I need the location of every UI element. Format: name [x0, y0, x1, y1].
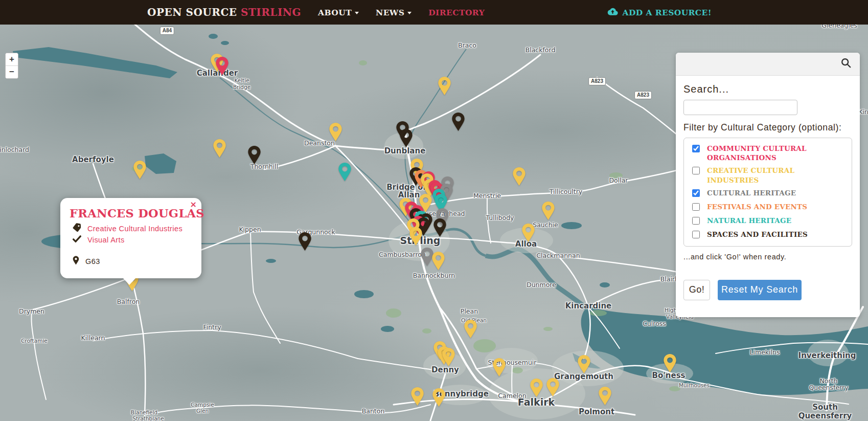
category-filter-1[interactable]: CREATIVE CULTURAL INDUSTRIES	[690, 166, 846, 184]
category-label: FESTIVALS AND EVENTS	[707, 202, 807, 211]
map-marker-y[interactable]	[410, 387, 424, 408]
nav-item-directory[interactable]: DIRECTORY	[428, 8, 485, 17]
category-checkbox[interactable]	[692, 189, 700, 197]
add-resource-label: ADD A RESOURCE!	[623, 8, 712, 17]
category-label: CULTURAL HERITAGE	[707, 188, 796, 197]
category-checkbox[interactable]	[692, 217, 700, 225]
map-marker-y[interactable]	[530, 378, 543, 400]
nav-item-about-label: ABOUT	[318, 8, 352, 17]
map-marker-y[interactable]	[598, 386, 612, 408]
category-filter-3[interactable]: FESTIVALS AND EVENTS	[690, 202, 846, 212]
zoom-out-button[interactable]: −	[6, 65, 18, 78]
popup-category-row: Creative Cultural Industries	[73, 223, 201, 234]
popup-subcategory-row: Visual Arts	[73, 235, 201, 245]
go-button[interactable]: Go!	[683, 280, 710, 300]
zoom-in-button[interactable]: +	[6, 53, 18, 65]
map-marker-d[interactable]	[247, 145, 261, 167]
popup-location-row: G63	[73, 256, 201, 267]
category-checkbox[interactable]	[692, 231, 700, 238]
popup-category: Creative Cultural Industries	[87, 225, 182, 233]
popup-title: FRANCES DOUGLAS	[70, 207, 192, 220]
search-input[interactable]	[683, 100, 797, 115]
map-marker-y[interactable]	[438, 76, 451, 98]
brand-accent: STIRLING	[241, 6, 301, 18]
map-zoom-control: + −	[5, 53, 18, 79]
category-checkbox[interactable]	[692, 203, 700, 211]
map-marker-y[interactable]	[492, 358, 506, 379]
site-logo[interactable]: OPEN SOURCE STIRLING	[147, 6, 301, 18]
map-marker-y[interactable]	[663, 353, 677, 375]
category-label: SPACES AND FACILITIES	[707, 230, 808, 239]
popup-subcategory: Visual Arts	[87, 236, 125, 244]
category-label: CREATIVE CULTURAL INDUSTRIES	[707, 166, 812, 184]
map-marker-y[interactable]	[464, 319, 477, 341]
category-checkbox[interactable]	[692, 167, 700, 174]
nav-item-about[interactable]: ABOUT	[318, 8, 359, 17]
map-marker-y[interactable]	[329, 122, 342, 144]
filter-heading: Filter by Cultural Category (optional):	[683, 122, 852, 133]
nav-item-news[interactable]: NEWS	[376, 8, 412, 17]
map-marker-y[interactable]	[431, 251, 445, 273]
category-filter-group: COMMUNITY CULTURAL ORGANISATIONSCREATIVE…	[683, 138, 852, 247]
category-filter-4[interactable]: NATURAL HERITAGE	[690, 216, 846, 226]
top-navbar: OPEN SOURCE STIRLING ABOUT NEWS DIRECTOR…	[0, 0, 868, 25]
check-icon	[73, 235, 81, 245]
marker-popup: × FRANCES DOUGLAS Creative Cultural Indu…	[60, 198, 201, 278]
category-filter-0[interactable]: COMMUNITY CULTURAL ORGANISATIONS	[690, 144, 846, 162]
search-icon[interactable]	[840, 57, 852, 71]
map-marker-d[interactable]	[298, 232, 312, 253]
map-marker-d[interactable]	[433, 218, 447, 239]
map-marker-d[interactable]	[451, 112, 465, 134]
reset-search-button[interactable]: Reset My Search	[718, 280, 802, 300]
filter-hint: ...and click 'Go!' when ready.	[683, 253, 852, 261]
popup-location: G63	[85, 257, 100, 265]
category-label: COMMUNITY CULTURAL ORGANISATIONS	[707, 144, 812, 162]
search-panel: Search... Filter by Cultural Category (o…	[676, 53, 860, 317]
nav-item-news-label: NEWS	[376, 8, 404, 17]
category-filter-2[interactable]: CULTURAL HERITAGE	[690, 188, 846, 198]
map-marker-d[interactable]	[399, 128, 413, 150]
map-marker-y[interactable]	[512, 167, 526, 188]
map-marker-y[interactable]	[521, 223, 535, 245]
popup-close-icon[interactable]: ×	[190, 201, 197, 209]
location-pin-icon	[73, 256, 79, 267]
map-marker-r[interactable]	[215, 56, 229, 78]
map-marker-y[interactable]	[442, 347, 455, 369]
nav-item-directory-label: DIRECTORY	[428, 8, 485, 17]
map-marker-y[interactable]	[133, 160, 147, 182]
map-marker-y[interactable]	[213, 139, 226, 160]
search-heading: Search...	[683, 83, 852, 95]
brand-primary: OPEN SOURCE	[147, 6, 237, 18]
popup-tail	[123, 278, 136, 285]
caret-down-icon	[407, 12, 412, 14]
map-marker-y[interactable]	[577, 354, 591, 376]
caret-down-icon	[355, 12, 359, 14]
search-panel-header	[676, 53, 860, 76]
add-resource-button[interactable]: ADD A RESOURCE!	[607, 8, 712, 17]
map-marker-y[interactable]	[432, 388, 446, 409]
cloud-upload-icon	[607, 8, 618, 17]
map-marker-y[interactable]	[546, 378, 560, 399]
category-filter-5[interactable]: SPACES AND FACILITIES	[690, 230, 846, 240]
map-marker-t[interactable]	[338, 162, 352, 184]
category-checkbox[interactable]	[692, 145, 700, 152]
map-marker-y[interactable]	[541, 201, 555, 223]
tag-icon	[73, 223, 81, 234]
category-label: NATURAL HERITAGE	[707, 216, 791, 225]
map-marker-y[interactable]	[409, 227, 423, 248]
